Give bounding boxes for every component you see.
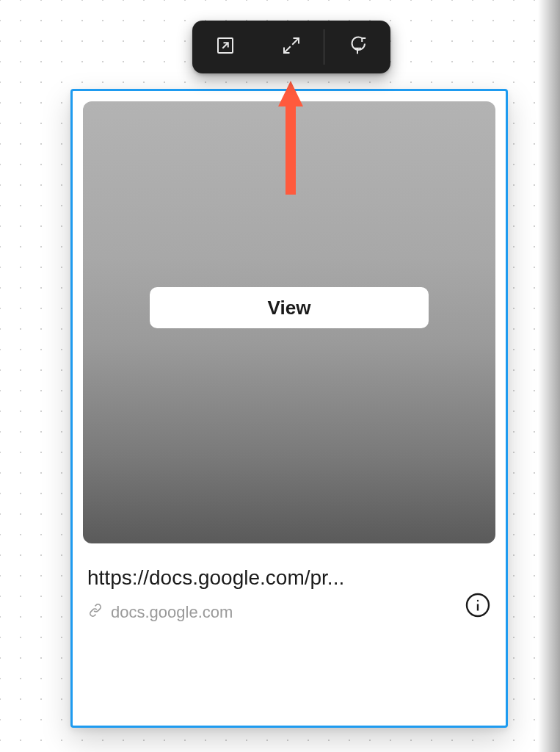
expand-icon — [280, 35, 302, 59]
link-meta-text: https://docs.google.com/pr... docs.googl… — [87, 564, 465, 623]
open-external-icon — [214, 35, 236, 59]
link-preview-thumbnail: View — [83, 101, 495, 543]
reset-title-button[interactable] — [324, 21, 390, 73]
link-card-inner: View https://docs.google.com/pr... docs.… — [83, 101, 495, 715]
link-domain: docs.google.com — [111, 603, 233, 622]
reset-title-icon — [346, 35, 368, 59]
link-domain-row: docs.google.com — [87, 602, 465, 623]
right-edge-shadow — [538, 0, 560, 752]
expand-button[interactable] — [258, 21, 324, 73]
link-card-selected[interactable]: View https://docs.google.com/pr... docs.… — [70, 89, 508, 728]
link-meta: https://docs.google.com/pr... docs.googl… — [83, 543, 495, 623]
info-icon — [465, 608, 491, 621]
info-button[interactable] — [465, 592, 491, 618]
view-button-label: View — [268, 297, 311, 319]
link-url: https://docs.google.com/pr... — [87, 564, 465, 592]
svg-point-2 — [477, 600, 479, 601]
view-button[interactable]: View — [150, 287, 429, 328]
floating-toolbar — [192, 21, 390, 73]
link-icon — [87, 602, 103, 623]
open-external-button[interactable] — [192, 21, 258, 73]
